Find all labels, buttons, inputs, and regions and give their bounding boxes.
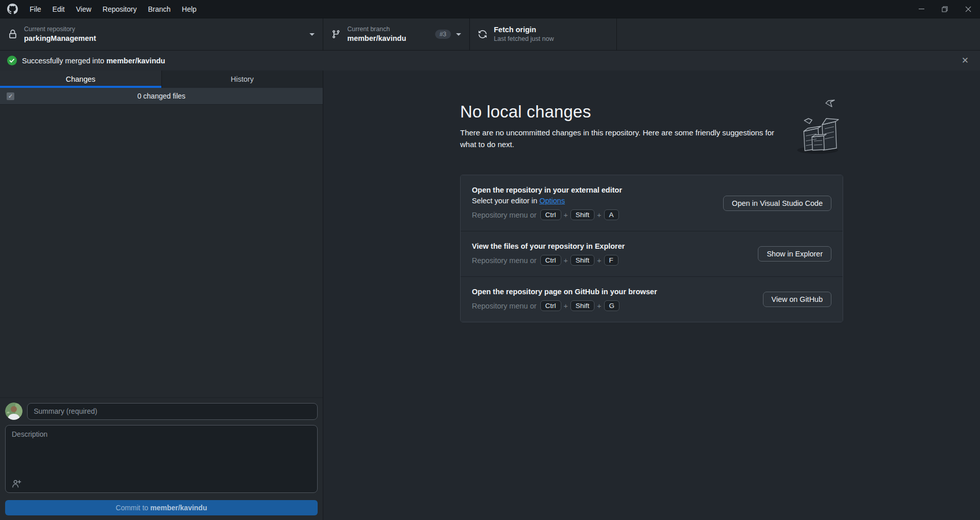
tab-changes[interactable]: Changes — [0, 70, 161, 88]
suggestions-box: Open the repository in your external edi… — [460, 175, 843, 322]
suggestion-open-editor: Open the repository in your external edi… — [461, 175, 843, 231]
key-g: G — [604, 300, 620, 311]
key-shift: Shift — [570, 255, 594, 266]
minimize-button[interactable] — [910, 0, 933, 18]
menu-help[interactable]: Help — [176, 0, 202, 18]
toolbar: Current repository parkingManagement Cur… — [0, 18, 980, 50]
description-input[interactable] — [12, 430, 311, 479]
current-repository-label: Current repository — [24, 25, 96, 33]
menu-repository[interactable]: Repository — [97, 0, 142, 18]
banner-message: Successfully merged into member/kavindu — [22, 57, 165, 65]
no-changes-illustration — [790, 99, 843, 155]
main-panel: No local changes There are no uncommitte… — [323, 70, 980, 520]
suggestion-shortcut: Repository menu or Ctrl+ Shift+ F — [472, 255, 758, 266]
current-repository-selector[interactable]: Current repository parkingManagement — [0, 18, 323, 50]
summary-input[interactable] — [27, 403, 318, 420]
suggestion-line2: Select your editor in Options — [472, 197, 723, 205]
key-shift: Shift — [570, 209, 594, 220]
suggestion-shortcut: Repository menu or Ctrl+ Shift+ A — [472, 209, 723, 220]
current-branch-label: Current branch — [347, 25, 406, 33]
key-ctrl: Ctrl — [540, 209, 561, 220]
changes-sidebar: Changes History ✓ 0 changed files Commit… — [0, 70, 323, 520]
suggestion-title: Open the repository page on GitHub in yo… — [472, 288, 763, 296]
show-in-explorer-button[interactable]: Show in Explorer — [758, 246, 831, 262]
avatar — [5, 403, 22, 420]
tab-history[interactable]: History — [161, 70, 323, 88]
key-ctrl: Ctrl — [540, 300, 561, 311]
git-branch-icon — [331, 29, 341, 39]
commit-form: Commit to member/kavindu — [0, 397, 323, 520]
fetch-origin-button[interactable]: Fetch origin Last fetched just now — [470, 18, 617, 50]
key-ctrl: Ctrl — [540, 255, 561, 266]
add-coauthor-icon[interactable] — [12, 479, 23, 488]
menu-view[interactable]: View — [70, 0, 97, 18]
changed-files-header: ✓ 0 changed files — [0, 88, 323, 105]
key-shift: Shift — [570, 300, 594, 311]
restore-button[interactable] — [933, 0, 957, 18]
page-subtitle: There are no uncommitted changes in this… — [460, 127, 779, 151]
last-fetched-text: Last fetched just now — [494, 35, 554, 43]
page-title: No local changes — [460, 102, 779, 122]
select-all-checkbox[interactable]: ✓ — [7, 92, 14, 100]
close-window-button[interactable] — [957, 0, 980, 18]
menubar: File Edit View Repository Branch Help — [0, 0, 980, 18]
key-a: A — [604, 209, 619, 220]
open-in-vscode-button[interactable]: Open in Visual Studio Code — [723, 196, 831, 211]
menu-branch[interactable]: Branch — [142, 0, 176, 18]
current-branch-selector[interactable]: Current branch member/kavindu #3 — [323, 18, 470, 50]
menu-file[interactable]: File — [24, 0, 47, 18]
sync-icon — [478, 30, 487, 39]
file-list — [0, 105, 323, 397]
suggestion-title: Open the repository in your external edi… — [472, 186, 723, 194]
success-icon — [7, 56, 17, 65]
changed-files-count: 0 changed files — [137, 92, 185, 100]
commit-button[interactable]: Commit to member/kavindu — [5, 500, 318, 515]
current-repository-name: parkingManagement — [24, 34, 96, 43]
github-logo-icon — [0, 0, 24, 18]
suggestion-show-explorer: View the files of your repository in Exp… — [461, 231, 843, 276]
current-branch-name: member/kavindu — [347, 34, 406, 43]
pull-request-badge: #3 — [435, 30, 451, 39]
sidebar-tabs: Changes History — [0, 70, 323, 88]
lock-icon — [8, 29, 17, 40]
chevron-down-icon — [456, 33, 461, 36]
chevron-down-icon — [309, 33, 315, 36]
banner-branch-name: member/kavindu — [106, 57, 165, 65]
view-on-github-button[interactable]: View on GitHub — [763, 292, 831, 307]
description-box[interactable] — [5, 425, 318, 493]
menu-edit[interactable]: Edit — [47, 0, 70, 18]
options-link[interactable]: Options — [539, 197, 565, 205]
merge-success-banner: Successfully merged into member/kavindu … — [0, 50, 980, 70]
suggestion-title: View the files of your repository in Exp… — [472, 242, 758, 250]
suggestion-shortcut: Repository menu or Ctrl+ Shift+ G — [472, 300, 763, 311]
close-icon[interactable]: ✕ — [958, 55, 973, 66]
suggestion-view-github: Open the repository page on GitHub in yo… — [461, 276, 843, 322]
key-f: F — [604, 255, 618, 266]
fetch-origin-label: Fetch origin — [494, 25, 554, 35]
